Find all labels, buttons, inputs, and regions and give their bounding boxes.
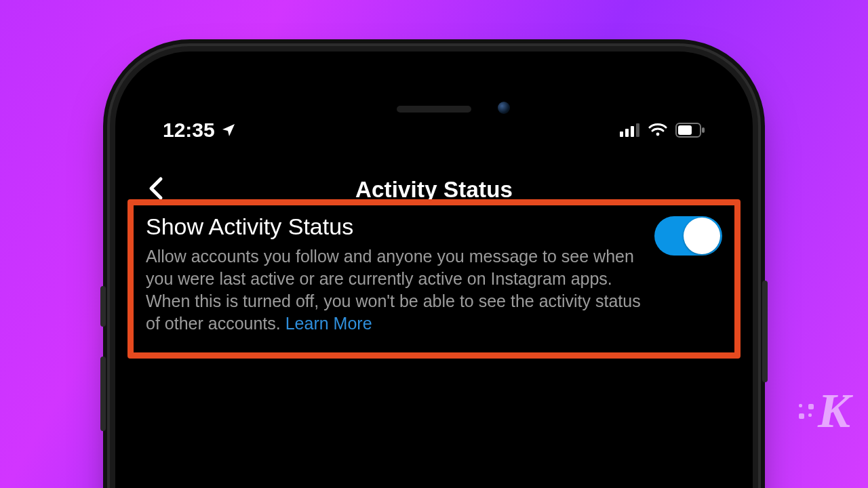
cellular-signal-icon: [620, 123, 640, 137]
svg-rect-7: [702, 127, 705, 133]
phone-side-button: [762, 281, 768, 382]
activity-status-setting-row: Show Activity Status Allow accounts you …: [146, 214, 722, 335]
activity-status-toggle[interactable]: [654, 216, 722, 256]
phone-frame: 12:35: [115, 52, 753, 488]
battery-icon: [675, 123, 705, 138]
svg-rect-0: [620, 131, 623, 137]
setting-title: Show Activity Status: [146, 214, 641, 240]
svg-rect-6: [678, 125, 692, 135]
wifi-icon: [648, 123, 667, 137]
setting-description-text: Allow accounts you follow and anyone you…: [146, 247, 641, 333]
status-time: 12:35: [163, 119, 215, 142]
svg-rect-3: [636, 123, 639, 137]
phone-side-button: [100, 286, 106, 327]
svg-rect-1: [625, 129, 629, 137]
learn-more-link[interactable]: Learn More: [285, 314, 372, 333]
location-arrow-icon: [220, 122, 237, 138]
toggle-knob: [684, 218, 720, 254]
svg-point-4: [656, 133, 660, 136]
svg-rect-2: [631, 126, 634, 137]
phone-side-button: [100, 357, 106, 431]
watermark: K: [799, 383, 848, 439]
status-bar: 12:35: [115, 115, 753, 145]
setting-description: Allow accounts you follow and anyone you…: [146, 245, 641, 335]
highlight-annotation: Show Activity Status Allow accounts you …: [127, 199, 741, 359]
watermark-letter: K: [818, 383, 848, 439]
